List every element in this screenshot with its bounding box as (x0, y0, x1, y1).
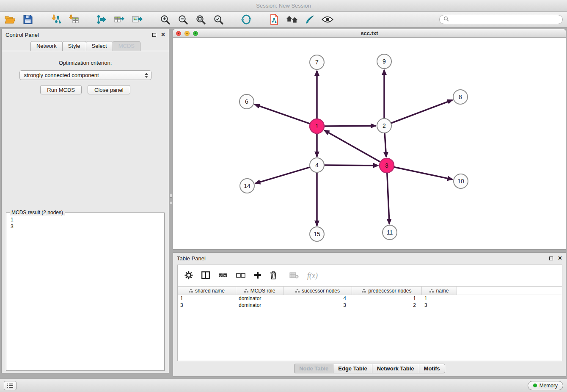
home-networks-icon[interactable] (286, 14, 298, 25)
network-graph[interactable]: 7968124314101511 (173, 38, 566, 249)
mcds-result-title: MCDS result (2 nodes) (10, 210, 65, 215)
graph-node-15[interactable]: 15 (310, 227, 324, 241)
mcds-result-text[interactable]: 1 3 (6, 213, 164, 233)
graph-node-4[interactable]: 4 (310, 158, 324, 172)
mcds-result-group: MCDS result (2 nodes) 1 3 (6, 213, 165, 371)
select-all-icon[interactable] (218, 272, 228, 279)
edge-3-10[interactable] (394, 167, 453, 179)
tab-node-table[interactable]: Node Table (294, 364, 333, 373)
close-table-panel-icon[interactable]: × (558, 255, 562, 261)
table-cell[interactable]: 3 (422, 302, 457, 309)
column-header-shared-name[interactable]: shared name (178, 287, 236, 295)
tab-motifs[interactable]: Motifs (419, 364, 445, 373)
status-bar: Memory (0, 378, 567, 392)
minimize-window-icon[interactable]: − (184, 31, 190, 36)
graph-node-11[interactable]: 11 (383, 225, 397, 240)
close-panel-button[interactable]: Close panel (88, 85, 130, 94)
close-panel-icon[interactable]: × (161, 32, 165, 38)
edge-3-11[interactable] (387, 173, 389, 224)
column-header-MCDS-role[interactable]: MCDS role (236, 287, 284, 295)
float-panel-icon[interactable] (152, 33, 156, 37)
network-window-titlebar[interactable]: scc.txt × − + (173, 29, 566, 38)
table-cell[interactable]: 1 (178, 295, 236, 302)
table-cell[interactable]: 3 (284, 302, 352, 309)
svg-text:4: 4 (315, 162, 319, 168)
import-network-icon[interactable] (50, 14, 62, 25)
deselect-all-icon[interactable] (236, 272, 245, 279)
graph-node-6[interactable]: 6 (239, 94, 254, 109)
zoom-in-icon[interactable] (159, 14, 171, 25)
edge-1-2[interactable] (324, 126, 376, 126)
edge-2-8[interactable] (391, 100, 452, 123)
show-hide-eye-icon[interactable] (322, 14, 333, 25)
table-panel: Table Panel × (173, 252, 566, 377)
table-row[interactable]: 1dominator411 (178, 295, 562, 302)
table-cell[interactable]: dominator (236, 295, 284, 302)
tab-edge-table[interactable]: Edge Table (333, 364, 372, 373)
column-type-icon (295, 289, 300, 293)
svg-text:15: 15 (314, 231, 320, 237)
table-cell[interactable]: 4 (284, 295, 352, 302)
memory-button[interactable]: Memory (528, 381, 563, 390)
zoom-out-icon[interactable] (177, 14, 189, 25)
table-cell[interactable]: 3 (178, 302, 236, 309)
column-header-name[interactable]: name (422, 287, 457, 295)
import-table-icon[interactable] (68, 14, 80, 25)
panel-splitter[interactable] (169, 194, 173, 209)
apply-layout-icon[interactable] (240, 14, 252, 25)
zoom-fit-icon[interactable] (195, 14, 206, 25)
edge-4-3[interactable] (324, 165, 378, 166)
tab-style[interactable]: Style (62, 41, 86, 51)
graph-node-10[interactable]: 10 (454, 174, 468, 188)
graph-node-7[interactable]: 7 (310, 55, 324, 69)
title-bar[interactable]: Session: New Session (0, 0, 567, 12)
task-history-button[interactable] (4, 381, 17, 390)
edge-1-6[interactable] (255, 105, 310, 124)
edge-3-1[interactable] (324, 130, 380, 162)
run-mcds-button[interactable]: Run MCDS (40, 85, 82, 94)
graph-node-1[interactable]: 1 (310, 119, 324, 133)
export-image-icon[interactable] (131, 14, 143, 25)
search-box[interactable] (439, 15, 563, 24)
add-column-icon[interactable] (254, 271, 261, 280)
tab-mcds[interactable]: MCDS (113, 41, 140, 51)
graph-node-2[interactable]: 2 (377, 119, 391, 133)
tab-network-table[interactable]: Network Table (372, 364, 419, 373)
open-session-icon[interactable] (4, 14, 16, 25)
criterion-dropdown[interactable]: strongly connected component (19, 70, 151, 80)
paint-style-icon[interactable] (304, 14, 316, 25)
search-input[interactable] (451, 17, 559, 22)
control-panel-header: Control Panel × (2, 29, 169, 40)
zoom-selected-icon[interactable] (212, 14, 224, 25)
edge-2-3[interactable] (385, 133, 386, 157)
table-cell[interactable]: 1 (422, 295, 457, 302)
table-row[interactable]: 3dominator323 (178, 302, 562, 309)
export-network-icon[interactable] (96, 14, 107, 25)
table-cell[interactable]: 1 (352, 295, 422, 302)
float-table-panel-icon[interactable] (549, 257, 553, 260)
gear-icon[interactable] (184, 271, 193, 281)
graph-node-14[interactable]: 14 (240, 179, 254, 193)
edge-4-14[interactable] (255, 167, 310, 183)
clone-network-icon[interactable] (268, 14, 280, 25)
maximize-window-icon[interactable]: + (193, 31, 198, 36)
main-toolbar (0, 12, 567, 28)
delete-column-icon[interactable] (270, 271, 277, 281)
table-cell[interactable]: 2 (352, 302, 422, 309)
tab-network[interactable]: Network (30, 41, 63, 51)
show-columns-icon[interactable] (201, 271, 210, 280)
table-toolbar: f(x) (178, 265, 562, 286)
graph-node-3[interactable]: 3 (380, 158, 394, 173)
graph-node-8[interactable]: 8 (453, 90, 468, 104)
graph-node-9[interactable]: 9 (377, 54, 391, 69)
save-session-icon[interactable] (22, 14, 34, 25)
tab-select[interactable]: Select (86, 41, 113, 51)
column-header-predecessor-nodes[interactable]: predecessor nodes (352, 287, 422, 295)
export-table-icon[interactable] (113, 14, 125, 25)
network-canvas[interactable]: 7968124314101511 (173, 38, 566, 249)
table-cell[interactable]: dominator (236, 302, 284, 309)
svg-text:8: 8 (459, 94, 462, 100)
column-header-successor-nodes[interactable]: successor nodes (284, 287, 352, 295)
close-window-icon[interactable]: × (176, 31, 181, 36)
column-type-icon (189, 289, 193, 293)
